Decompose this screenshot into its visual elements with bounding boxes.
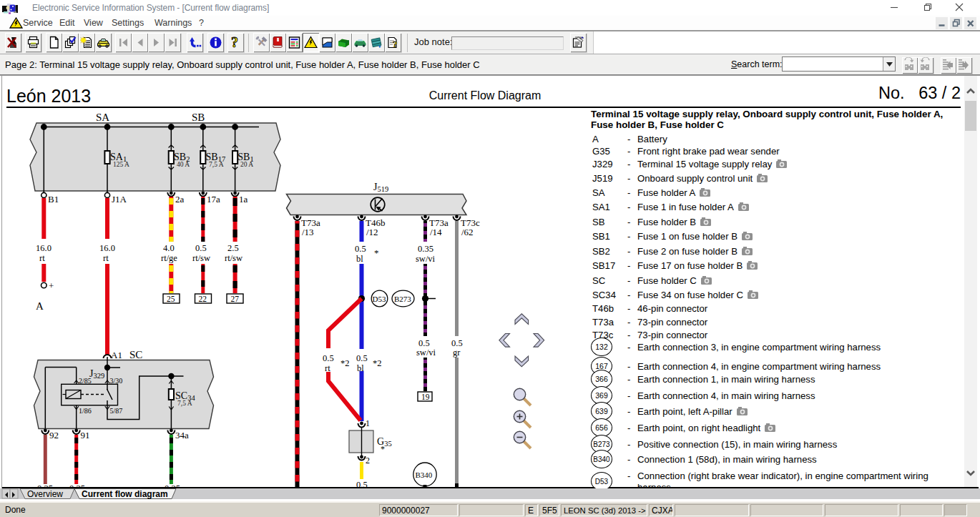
svg-text:rt/sw: rt/sw (192, 253, 210, 263)
svg-text:2/85: 2/85 (79, 377, 92, 385)
svg-text:16.0: 16.0 (99, 243, 115, 253)
svg-text:1a: 1a (239, 194, 248, 205)
svg-text:/62: /62 (461, 227, 474, 237)
svg-text:rt: rt (325, 363, 330, 373)
svg-text:0.35: 0.35 (69, 483, 85, 488)
svg-text:0.35: 0.35 (37, 483, 53, 488)
svg-text:0.5: 0.5 (355, 244, 366, 254)
svg-text:27: 27 (231, 295, 240, 303)
svg-text:5/87: 5/87 (110, 407, 123, 415)
svg-text:bl: bl (356, 254, 363, 264)
svg-text:91: 91 (81, 430, 90, 440)
svg-text:J1A: J1A (112, 194, 127, 205)
svg-text:*: * (381, 444, 385, 454)
svg-text:20 A: 20 A (240, 161, 253, 168)
svg-text:/12: /12 (366, 227, 378, 237)
svg-text:sw/vi: sw/vi (416, 348, 436, 358)
svg-text:rt: rt (103, 253, 109, 263)
svg-text:B273: B273 (394, 295, 411, 303)
svg-text:25: 25 (167, 295, 175, 303)
svg-text:A1: A1 (111, 350, 122, 360)
svg-text:0.35: 0.35 (165, 483, 180, 488)
svg-text:SA: SA (96, 112, 109, 123)
svg-text:bl: bl (357, 363, 364, 373)
svg-text:?: ? (393, 39, 398, 49)
svg-text:125 A: 125 A (113, 161, 129, 168)
svg-text:40 A: 40 A (177, 161, 190, 168)
svg-text:B1: B1 (48, 194, 59, 205)
svg-text:2a: 2a (175, 194, 185, 205)
svg-text:34a: 34a (175, 430, 189, 440)
svg-text:0.5: 0.5 (356, 353, 368, 363)
svg-text:rt: rt (39, 253, 45, 263)
svg-text:+: + (49, 280, 54, 291)
svg-text:4.0: 4.0 (163, 243, 175, 253)
svg-text:gr: gr (453, 348, 461, 358)
svg-text:Current flow diagram: Current flow diagram (82, 489, 168, 499)
svg-text:16.0: 16.0 (36, 243, 52, 253)
svg-text:sw/vi: sw/vi (416, 254, 436, 264)
svg-text:*2: *2 (340, 358, 350, 368)
svg-text:Overview: Overview (27, 489, 63, 499)
svg-text:3/30: 3/30 (110, 377, 123, 385)
svg-text:17a: 17a (207, 194, 220, 205)
svg-text:rt/ge: rt/ge (161, 253, 177, 263)
svg-text:7,5 A: 7,5 A (209, 161, 224, 168)
svg-text:1: 1 (366, 418, 370, 428)
svg-text:0.5: 0.5 (451, 338, 463, 348)
svg-text:J519: J519 (373, 182, 388, 193)
svg-text:0.35: 0.35 (418, 244, 433, 254)
svg-text:D53: D53 (373, 295, 386, 303)
svg-text:A: A (36, 300, 44, 312)
svg-text:92: 92 (49, 430, 59, 440)
svg-text:1/86: 1/86 (79, 407, 92, 415)
svg-text:?: ? (231, 36, 238, 49)
svg-text:0.5: 0.5 (323, 353, 334, 363)
svg-text:SB: SB (192, 112, 205, 123)
svg-text:rt/sw: rt/sw (225, 253, 242, 263)
svg-text:19: 19 (421, 393, 430, 401)
svg-text:*2: *2 (373, 358, 382, 368)
svg-text:SC: SC (129, 349, 142, 360)
svg-text:/13: /13 (302, 227, 314, 237)
svg-text:0.5: 0.5 (356, 480, 368, 488)
svg-text:*: * (374, 247, 379, 258)
svg-text:0.5: 0.5 (418, 338, 430, 348)
svg-text:0.5: 0.5 (195, 243, 207, 253)
svg-text:/14: /14 (430, 227, 442, 237)
svg-text:2: 2 (366, 456, 370, 466)
svg-text:B340: B340 (416, 471, 433, 479)
svg-text:7,5 A: 7,5 A (177, 400, 192, 407)
svg-text:2.5: 2.5 (227, 243, 239, 253)
svg-text:22: 22 (199, 295, 207, 303)
